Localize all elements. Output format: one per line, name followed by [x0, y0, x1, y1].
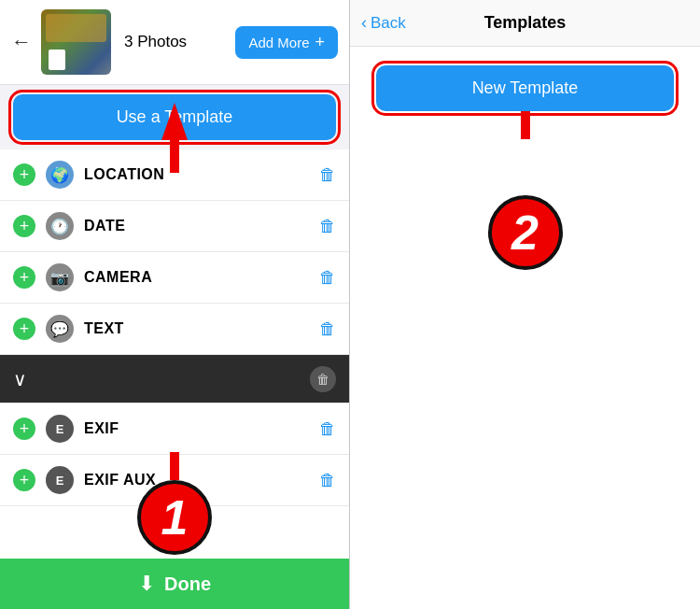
annotation-2: 2 [488, 195, 563, 270]
list-item: + E EXIF AUX 🗑 [0, 455, 349, 506]
date-icon: 🕐 [45, 211, 75, 241]
list-item: + 💬 TEXT 🗑 [0, 304, 349, 355]
use-template-button[interactable]: Use a Template [13, 94, 336, 140]
left-panel: ← 3 Photos Add More + Use a Template + 🌍… [0, 0, 350, 609]
delete-location-button[interactable]: 🗑 [319, 165, 336, 185]
exif-icon: E [45, 414, 75, 444]
expanded-row[interactable]: ∨ 🗑 [0, 355, 349, 404]
delete-camera-button[interactable]: 🗑 [319, 268, 336, 288]
text-icon: 💬 [45, 314, 75, 344]
back-chevron-icon: ‹ [361, 13, 367, 33]
page-title-right: Templates [484, 13, 567, 33]
back-button-right[interactable]: ‹ Back [361, 13, 406, 33]
use-template-section: Use a Template [0, 85, 349, 149]
camera-label: CAMERA [84, 269, 319, 286]
add-more-label: Add More [248, 35, 309, 50]
camera-icon: 📷 [45, 262, 75, 292]
exif-aux-icon: E [45, 465, 75, 495]
done-bar[interactable]: ⬇ Done [0, 559, 349, 609]
photo-thumbnail [41, 9, 111, 75]
add-location-button[interactable]: + [13, 163, 35, 186]
items-list: + 🌍 LOCATION 🗑 + 🕐 DATE 🗑 + 📷 CAMERA 🗑 [0, 149, 349, 559]
add-exif-button[interactable]: + [13, 418, 35, 440]
exif-label: EXIF [84, 420, 319, 437]
add-exif-aux-button[interactable]: + [13, 469, 35, 491]
photo-count-label: 3 Photos [124, 33, 235, 51]
delete-date-button[interactable]: 🗑 [319, 217, 336, 236]
delete-expanded-button[interactable]: 🗑 [310, 366, 336, 392]
delete-exif-aux-button[interactable]: 🗑 [319, 471, 336, 490]
date-label: DATE [84, 218, 319, 234]
add-more-button[interactable]: Add More + [235, 26, 338, 59]
location-icon: 🌍 [45, 160, 75, 190]
left-header: ← 3 Photos Add More + [0, 0, 349, 85]
list-item: + 🕐 DATE 🗑 [0, 201, 349, 252]
add-text-button[interactable]: + [13, 318, 35, 340]
done-label: Done [164, 574, 211, 595]
text-label: TEXT [84, 320, 319, 337]
arrow-shaft-up-2 [521, 111, 530, 139]
list-item: + E EXIF 🗑 [0, 404, 349, 455]
delete-exif-button[interactable]: 🗑 [319, 419, 336, 439]
right-panel: ‹ Back Templates New Template 2 [350, 0, 700, 609]
location-label: LOCATION [84, 166, 319, 183]
arrow-annotation-2 [521, 111, 530, 139]
right-content: New Template 2 [350, 47, 700, 609]
back-label: Back [371, 14, 406, 33]
list-item: + 📷 CAMERA 🗑 [0, 252, 349, 304]
circle-number-2: 2 [488, 195, 563, 270]
add-camera-button[interactable]: + [13, 266, 35, 289]
done-icon: ⬇ [138, 572, 155, 596]
delete-text-button[interactable]: 🗑 [319, 319, 336, 339]
new-template-button[interactable]: New Template [376, 65, 674, 111]
add-date-button[interactable]: + [13, 215, 35, 237]
exif-aux-label: EXIF AUX [84, 472, 319, 489]
chevron-down-icon: ∨ [13, 368, 27, 390]
list-item: + 🌍 LOCATION 🗑 [0, 149, 349, 201]
right-header: ‹ Back Templates [350, 0, 700, 47]
back-button-left[interactable]: ← [11, 30, 32, 54]
add-more-plus-icon: + [315, 33, 325, 52]
